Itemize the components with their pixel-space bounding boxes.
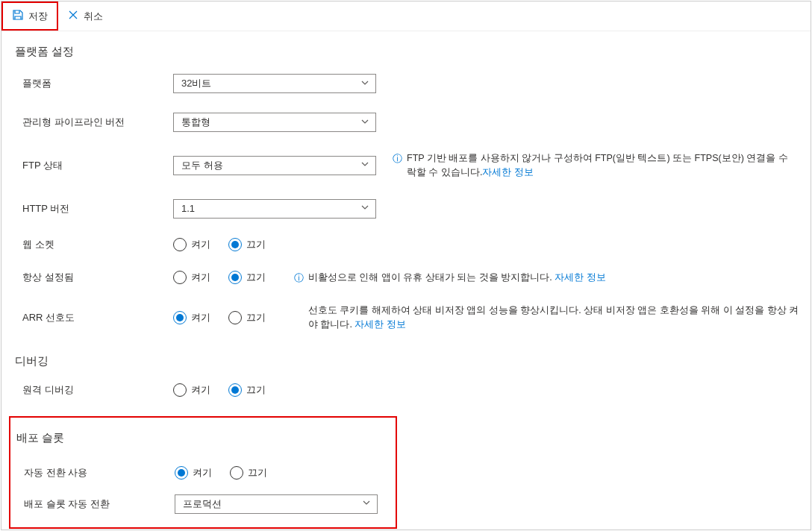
toolbar: 저장 취소 [1, 1, 811, 31]
content-area: 플랫폼 설정 플랫폼 32비트 관리형 파이프라인 버전 통합형 FTP 상태 [1, 31, 811, 529]
close-icon [67, 9, 84, 23]
arr-off-radio[interactable]: 끄기 [228, 311, 266, 324]
row-arr: ARR 선호도 켜기끄기 ⓘ 선호도 쿠키를 해제하여 상태 비저장 앱의 성능… [15, 304, 800, 332]
desc-alwayson: ⓘ 비활성으로 인해 앱이 유휴 상태가 되는 것을 방지합니다. 자세한 정보 [294, 271, 606, 285]
remotedebug-on-radio[interactable]: 켜기 [173, 383, 210, 397]
radio-icon [173, 383, 187, 397]
label-autoswap: 자동 전환 사용 [16, 466, 175, 480]
chevron-down-icon [360, 160, 369, 171]
radio-icon [228, 238, 242, 251]
alwayson-off-radio[interactable]: 끄기 [228, 271, 266, 284]
label-arr: ARR 선호도 [15, 311, 173, 324]
remotedebug-on-label: 켜기 [191, 383, 210, 397]
websocket-off-radio[interactable]: 끄기 [228, 238, 266, 251]
row-autoswap: 자동 전환 사용 켜기끄기 [16, 466, 390, 480]
label-platform: 플랫폼 [15, 77, 173, 90]
label-ftp: FTP 상태 [15, 159, 173, 172]
save-label: 저장 [28, 10, 48, 23]
info-icon: ⓘ [393, 152, 402, 166]
label-remote-debug: 원격 디버깅 [15, 383, 173, 397]
label-pipeline: 관리형 파이프라인 버전 [15, 116, 173, 129]
toggle-autoswap: 켜기끄기 [175, 466, 378, 480]
row-slot-select: 배포 슬롯 자동 전환 프로덕션 [16, 494, 390, 514]
autoswap-off-radio[interactable]: 끄기 [230, 466, 267, 480]
websocket-on-label: 켜기 [191, 238, 210, 251]
dropdown-platform-value: 32비트 [181, 77, 211, 90]
row-platform: 플랫폼 32비트 [15, 74, 800, 93]
link-ftp-moreinfo[interactable]: 자세한 정보 [482, 167, 533, 177]
settings-panel: 저장 취소 플랫폼 설정 플랫폼 32비트 관리형 파이프라인 버전 [1, 1, 811, 530]
row-http: HTTP 버전 1.1 [15, 199, 800, 219]
deployment-slot-box: 배포 슬롯 자동 전환 사용 켜기끄기 배포 슬롯 자동 전환 프로덕션 [9, 416, 397, 529]
dropdown-pipeline[interactable]: 통합형 [173, 113, 376, 132]
section-title-platform: 플랫폼 설정 [15, 45, 800, 59]
row-ftp: FTP 상태 모두 허용 ⓘ FTP 기반 배포를 사용하지 않거나 구성하여 … [15, 151, 800, 180]
remotedebug-off-radio[interactable]: 끄기 [228, 383, 266, 397]
toggle-remote-debug: 켜기끄기 [173, 383, 376, 397]
arr-on-radio[interactable]: 켜기 [173, 311, 210, 324]
row-alwayson: 항상 설정됨 켜기끄기 ⓘ 비활성으로 인해 앱이 유휴 상태가 되는 것을 방… [15, 271, 800, 285]
dropdown-http-value: 1.1 [181, 203, 195, 214]
chevron-down-icon [360, 203, 369, 214]
dropdown-slot-value: 프로덕션 [183, 497, 222, 511]
info-icon: ⓘ [294, 271, 304, 286]
radio-icon [173, 238, 187, 251]
autoswap-off-label: 끄기 [248, 466, 267, 480]
radio-icon [228, 383, 242, 397]
link-arr-moreinfo[interactable]: 자세한 정보 [355, 319, 405, 330]
toggle-websocket: 켜기끄기 [173, 238, 376, 251]
label-alwayson: 항상 설정됨 [15, 271, 173, 284]
link-alwayson-moreinfo[interactable]: 자세한 정보 [555, 272, 605, 283]
dropdown-ftp-value: 모두 허용 [181, 159, 223, 172]
alwayson-on-radio[interactable]: 켜기 [173, 271, 210, 284]
arr-on-label: 켜기 [191, 311, 210, 324]
radio-icon [175, 466, 188, 480]
desc-ftp-text: FTP 기반 배포를 사용하지 않거나 구성하여 FTP(일반 텍스트) 또는 … [407, 153, 788, 177]
cancel-button[interactable]: 취소 [58, 1, 112, 31]
section-title-debugging: 디버깅 [15, 354, 800, 368]
dropdown-ftp[interactable]: 모두 허용 [173, 156, 376, 175]
websocket-off-label: 끄기 [246, 238, 266, 251]
desc-ftp: ⓘ FTP 기반 배포를 사용하지 않거나 구성하여 FTP(일반 텍스트) 또… [393, 151, 796, 180]
chevron-down-icon [362, 498, 371, 509]
radio-icon [173, 271, 187, 284]
dropdown-http[interactable]: 1.1 [173, 199, 376, 219]
radio-icon [228, 311, 242, 324]
chevron-down-icon [360, 78, 369, 89]
row-pipeline: 관리형 파이프라인 버전 통합형 [15, 113, 800, 132]
radio-icon [230, 466, 243, 480]
label-http: HTTP 버전 [15, 202, 173, 216]
cancel-label: 취소 [84, 10, 103, 23]
autoswap-on-label: 켜기 [193, 466, 212, 480]
row-remote-debug: 원격 디버깅 켜기끄기 [15, 383, 800, 397]
dropdown-platform[interactable]: 32비트 [173, 74, 376, 93]
dropdown-slot[interactable]: 프로덕션 [175, 494, 378, 514]
websocket-on-radio[interactable]: 켜기 [173, 238, 210, 251]
alwayson-on-label: 켜기 [191, 271, 210, 284]
remotedebug-off-label: 끄기 [246, 383, 266, 397]
row-websocket: 웹 소켓 켜기끄기 [15, 238, 800, 251]
save-button[interactable]: 저장 [1, 1, 58, 31]
desc-alwayson-text: 비활성으로 인해 앱이 유휴 상태가 되는 것을 방지합니다. [308, 272, 555, 283]
chevron-down-icon [360, 117, 369, 128]
autoswap-on-radio[interactable]: 켜기 [175, 466, 212, 480]
label-websocket: 웹 소켓 [15, 238, 173, 251]
radio-icon [228, 271, 242, 284]
save-icon [12, 9, 28, 23]
alwayson-off-label: 끄기 [246, 271, 266, 284]
dropdown-pipeline-value: 통합형 [181, 116, 210, 129]
arr-off-label: 끄기 [246, 311, 266, 324]
radio-icon [173, 311, 187, 324]
label-slot-select: 배포 슬롯 자동 전환 [16, 497, 175, 511]
section-title-deployment: 배포 슬롯 [16, 431, 390, 445]
desc-arr: ⓘ 선호도 쿠키를 해제하여 상태 비저장 앱의 성능을 향상시킵니다. 상태 … [294, 304, 800, 332]
